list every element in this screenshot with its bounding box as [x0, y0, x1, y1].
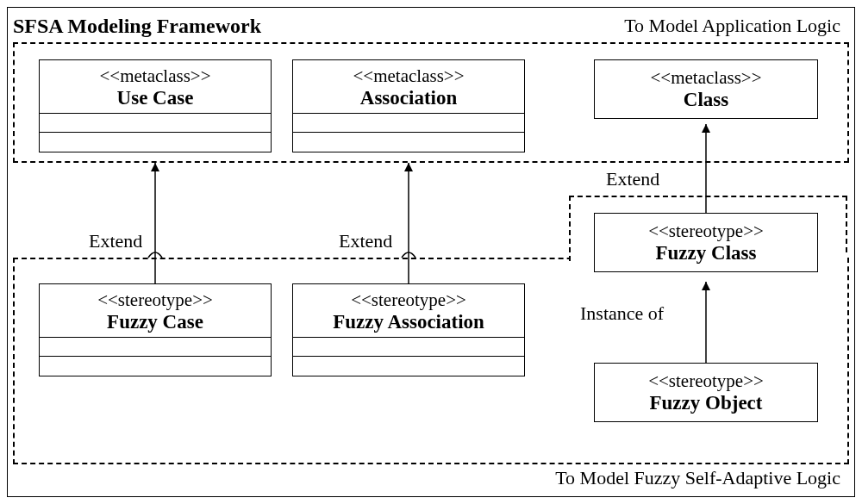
extend-label-3: Extend: [603, 168, 663, 190]
class-name: Class: [603, 89, 809, 111]
fuzzycase-stereo: <<stereotype>>: [47, 289, 264, 311]
association-name: Association: [300, 87, 517, 109]
instanceof-label: Instance of: [577, 302, 667, 325]
fuzzyassoc-box: <<stereotype>> Fuzzy Association: [292, 283, 525, 376]
usecase-name: Use Case: [47, 87, 264, 109]
usecase-box: <<metaclass>> Use Case: [39, 59, 272, 152]
extend-label-1: Extend: [85, 230, 146, 252]
fuzzyobject-stereo: <<stereotype>>: [603, 370, 809, 392]
association-stereo: <<metaclass>>: [300, 65, 517, 87]
fuzzyassoc-name: Fuzzy Association: [300, 311, 517, 333]
fuzzycase-box: <<stereotype>> Fuzzy Case: [39, 283, 272, 376]
fuzzyclass-name: Fuzzy Class: [603, 242, 809, 264]
association-box: <<metaclass>> Association: [292, 59, 525, 152]
fuzzyclass-stereo: <<stereotype>>: [603, 221, 809, 242]
top-region-label: To Model Application Logic: [624, 15, 840, 37]
fuzzycase-name: Fuzzy Case: [47, 311, 264, 333]
fuzzyassoc-stereo: <<stereotype>>: [300, 289, 517, 311]
extend-label-2: Extend: [335, 230, 396, 252]
usecase-stereo: <<metaclass>>: [47, 65, 264, 87]
bottom-region-label: To Model Fuzzy Self-Adaptive Logic: [555, 467, 840, 489]
fuzzyobject-box: <<stereotype>> Fuzzy Object: [594, 363, 818, 422]
class-stereo: <<metaclass>>: [603, 67, 809, 89]
outer-frame: SFSA Modeling Framework To Model Applica…: [7, 7, 855, 497]
fuzzyclass-box: <<stereotype>> Fuzzy Class: [594, 213, 818, 272]
class-box: <<metaclass>> Class: [594, 59, 818, 119]
fuzzyobject-name: Fuzzy Object: [603, 392, 809, 414]
framework-title: SFSA Modeling Framework: [13, 15, 261, 38]
